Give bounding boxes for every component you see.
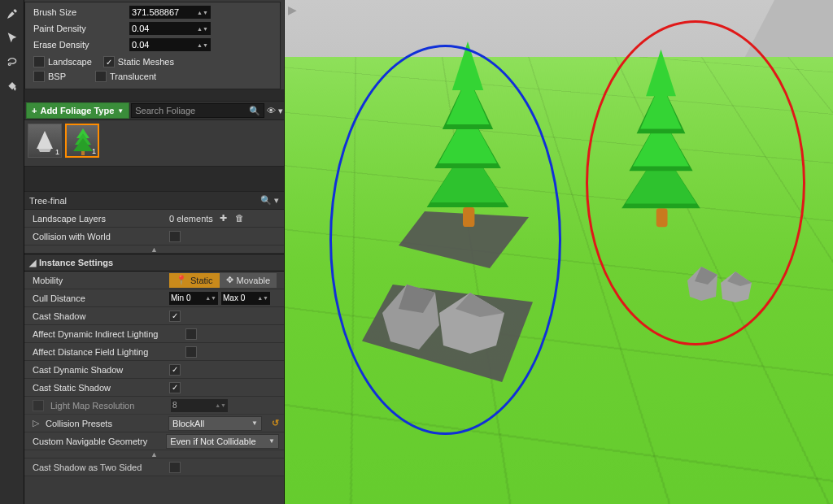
foliage-thumbnails: 1 1 [24,120,284,167]
reset-to-default-icon[interactable]: ↺ [272,418,279,428]
cast-two-sided-checkbox[interactable] [169,462,181,473]
bsp-label: BSP [48,72,66,81]
cull-distance-label: Cull Distance [33,293,163,303]
mobility-static[interactable]: 📍Static [169,273,220,288]
lasso-tool[interactable] [3,54,21,72]
svg-marker-0 [37,131,53,149]
collision-world-checkbox[interactable] [169,231,181,242]
brush-size-input[interactable]: 371.588867▲▼ [129,6,211,19]
thumb-count: 1 [92,147,96,155]
foliage-thumbnail[interactable]: 1 [28,124,62,158]
mobility-movable[interactable]: ✥Movable [220,273,277,288]
spinner-icon[interactable]: ▲▼ [205,296,216,300]
static-meshes-checkbox[interactable] [103,56,115,67]
spinner-icon[interactable]: ▲▼ [257,296,268,300]
landscape-label: Landscape [48,57,92,67]
foliage-search-input[interactable]: Search Foliage 🔍 [131,103,264,118]
dropdown-caret-icon: ▼ [268,437,275,445]
affect-distance-field-checkbox[interactable] [185,346,197,358]
browse-asset-icon[interactable]: 🔍 ▾ [260,195,279,206]
annotation-red-circle [586,20,805,345]
affect-dynamic-indirect-checkbox[interactable] [185,328,197,340]
mobility-label: Mobility [33,276,163,285]
brush-size-label: Brush Size [33,7,124,17]
add-foliage-type-button[interactable]: + Add Foliage Type ▼ [26,102,129,119]
cast-static-shadow-checkbox[interactable] [169,382,181,393]
cast-shadow-label: Cast Shadow [33,311,163,321]
erase-density-input[interactable]: 0.04▲▼ [129,38,211,51]
selected-asset-header: Tree-final 🔍 ▾ [24,191,284,210]
level-viewport[interactable]: ▶ [285,0,833,504]
clear-elements-icon[interactable]: 🗑 [235,213,244,224]
spinner-icon[interactable]: ▲▼ [197,11,208,15]
bsp-checkbox[interactable] [33,71,45,82]
cast-two-sided-label: Cast Shadow as Two Sided [33,463,163,472]
paint-density-label: Paint Density [33,24,124,33]
search-icon: 🔍 [249,106,260,116]
affect-distance-field-label: Affect Distance Field Lighting [33,347,179,357]
cast-dynamic-shadow-label: Cast Dynamic Shadow [33,365,163,375]
static-meshes-label: Static Meshes [118,57,174,67]
brush-settings: Brush Size 371.588867▲▼ Paint Density 0.… [24,2,281,89]
landscape-layers-value: 0 elements [169,214,213,224]
landscape-checkbox[interactable] [33,56,45,67]
lightmap-res-input[interactable]: 8▲▼ [171,399,228,412]
collision-world-label: Collision with World [33,232,163,241]
custom-nav-geo-label: Custom Navigable Geometry [33,437,159,446]
fill-tool[interactable] [3,78,21,96]
spinner-icon[interactable]: ▲▼ [215,403,226,407]
paint-tool[interactable] [3,5,21,23]
thumb-count: 1 [55,148,59,156]
add-element-icon[interactable]: ✚ [220,213,227,224]
foliage-panel: Brush Size 371.588867▲▼ Paint Density 0.… [24,0,285,504]
mode-tool-rail [0,0,24,504]
instance-settings-header[interactable]: ◢ Instance Settings [24,254,284,272]
asset-name: Tree-final [29,196,67,206]
foliage-type-bar: + Add Foliage Type ▼ Search Foliage 🔍 👁 … [24,101,284,120]
lightmap-override-checkbox[interactable] [33,400,44,411]
details-list: Landscape Layers 0 elements ✚ 🗑 Collisio… [24,210,284,476]
expand-caret-icon: ◢ [29,258,36,268]
affect-dynamic-indirect-label: Affect Dynamic Indirect Lighting [33,329,179,339]
custom-nav-geo-combo[interactable]: Even if Not Collidable▼ [166,434,279,449]
visibility-toggle[interactable]: 👁 ▾ [266,102,284,119]
collision-presets-label: Collision Presets [46,419,162,428]
cast-static-shadow-label: Cast Static Shadow [33,383,163,393]
cast-dynamic-shadow-checkbox[interactable] [169,364,181,376]
cast-shadow-checkbox[interactable] [169,311,181,322]
move-icon: ✥ [226,275,233,285]
collapse-handle-icon[interactable]: ▲ [24,450,284,458]
svg-rect-5 [81,151,85,155]
expand-icon[interactable]: ▷ [33,418,39,428]
translucent-label: Translucent [110,72,156,81]
erase-density-label: Erase Density [33,40,124,50]
dropdown-caret-icon: ▼ [251,419,258,427]
translucent-checkbox[interactable] [95,71,107,82]
svg-marker-1 [38,149,51,152]
collision-presets-combo[interactable]: BlockAll▼ [168,416,262,431]
collapse-handle-icon[interactable]: ▲ [24,245,284,254]
spinner-icon[interactable]: ▲▼ [197,43,208,47]
cull-min-input[interactable]: Min 0▲▼ [169,292,218,305]
cull-max-input[interactable]: Max 0▲▼ [221,292,270,305]
viewport-options-icon[interactable]: ▶ [288,3,297,16]
lightmap-res-label: Light Map Resolution [50,401,164,411]
mobility-toggle[interactable]: 📍Static ✥Movable [169,273,277,288]
foliage-thumbnail[interactable]: 1 [65,124,99,158]
annotation-blue-circle [329,45,561,435]
plus-icon: + [32,106,37,115]
pin-icon: 📍 [176,275,187,285]
spinner-icon[interactable]: ▲▼ [197,27,208,31]
paint-density-input[interactable]: 0.04▲▼ [129,22,211,35]
landscape-layers-label: Landscape Layers [33,214,163,224]
dropdown-caret-icon: ▼ [117,107,124,115]
select-tool[interactable] [3,29,21,47]
